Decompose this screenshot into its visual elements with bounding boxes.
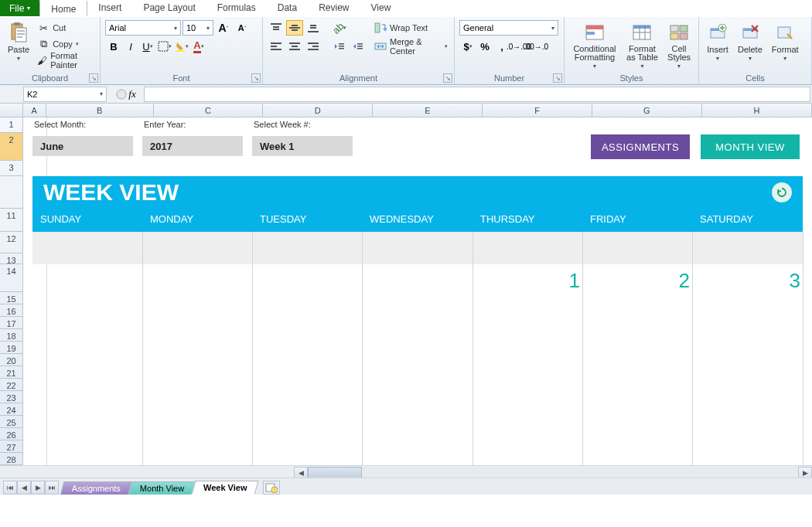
alignment-launcher[interactable]: ↘ bbox=[443, 73, 452, 83]
fill-color-button[interactable]: ▾ bbox=[173, 39, 190, 54]
font-name-select[interactable]: Arial bbox=[105, 20, 181, 36]
week-view-title-bar: WEEK VIEW bbox=[32, 176, 803, 209]
row-header[interactable]: 23 bbox=[0, 391, 23, 403]
conditional-formatting-button[interactable]: Conditional Formatting▼ bbox=[569, 20, 620, 72]
decrease-decimal-button[interactable]: .00→.0 bbox=[527, 39, 544, 54]
row-header[interactable]: 13 bbox=[0, 253, 23, 264]
fx-button[interactable]: fx bbox=[108, 88, 144, 100]
col-header[interactable]: G bbox=[592, 104, 702, 117]
row-header[interactable]: 3 bbox=[0, 161, 23, 176]
row-header[interactable]: 24 bbox=[0, 403, 23, 416]
align-top-button[interactable] bbox=[268, 20, 285, 36]
select-all-cell[interactable] bbox=[0, 104, 23, 117]
refresh-button[interactable] bbox=[772, 182, 792, 202]
grow-font-button[interactable]: Aˆ bbox=[215, 20, 232, 36]
col-header[interactable]: B bbox=[46, 104, 154, 117]
row-header[interactable]: 19 bbox=[0, 342, 23, 354]
svg-rect-1 bbox=[14, 22, 20, 26]
cut-button[interactable]: ✂Cut bbox=[36, 20, 95, 36]
month-input[interactable]: June bbox=[32, 136, 133, 156]
tab-page-layout[interactable]: Page Layout bbox=[132, 0, 206, 16]
new-sheet-button[interactable] bbox=[263, 481, 280, 495]
shrink-font-button[interactable]: Aˇ bbox=[234, 20, 251, 36]
paste-button[interactable]: Paste ▼ bbox=[5, 20, 32, 72]
row-header[interactable]: 1 bbox=[0, 117, 23, 133]
assignments-button[interactable]: ASSIGNMENTS bbox=[591, 134, 690, 159]
row-header[interactable]: 17 bbox=[0, 317, 23, 329]
tab-home[interactable]: Home bbox=[39, 0, 87, 16]
row-header[interactable]: 22 bbox=[0, 379, 23, 391]
bold-button[interactable]: B bbox=[105, 39, 122, 54]
row-header[interactable]: 15 bbox=[0, 292, 23, 304]
font-size-select[interactable]: 10 bbox=[183, 20, 213, 36]
sheet-nav-prev[interactable]: ◀ bbox=[17, 481, 31, 495]
sheet-tab-month-view[interactable]: Month View bbox=[128, 481, 196, 495]
col-header[interactable]: F bbox=[483, 104, 592, 117]
copy-button[interactable]: ⧉Copy▾ bbox=[36, 36, 95, 52]
col-header[interactable]: A bbox=[23, 104, 46, 117]
number-launcher[interactable]: ↘ bbox=[553, 73, 562, 83]
tab-view[interactable]: View bbox=[360, 0, 402, 16]
format-painter-button[interactable]: 🖌Format Painter bbox=[36, 53, 95, 68]
sheet-nav-last[interactable]: ⏭ bbox=[45, 481, 59, 495]
week-input[interactable]: Week 1 bbox=[252, 136, 353, 156]
underline-button[interactable]: U▾ bbox=[139, 39, 156, 54]
decrease-indent-button[interactable] bbox=[331, 39, 348, 54]
insert-cells-button[interactable]: Insert▼ bbox=[704, 20, 732, 72]
col-header[interactable]: D bbox=[263, 104, 373, 117]
merge-center-button[interactable]: Merge & Center▾ bbox=[373, 39, 449, 54]
align-right-button[interactable] bbox=[305, 39, 322, 54]
wrap-text-button[interactable]: Wrap Text bbox=[373, 20, 449, 36]
tab-data[interactable]: Data bbox=[267, 0, 308, 16]
svg-rect-45 bbox=[680, 33, 687, 39]
cells-area[interactable]: Select Month: Enter Year: Select Week #:… bbox=[23, 117, 812, 478]
font-color-button[interactable]: A▾ bbox=[190, 39, 207, 54]
tab-file[interactable]: File bbox=[0, 0, 39, 16]
col-header[interactable]: C bbox=[154, 104, 263, 117]
sheet-tab-week-view[interactable]: Week View bbox=[192, 481, 259, 495]
row-header[interactable]: 18 bbox=[0, 329, 23, 342]
accounting-button[interactable]: $▾ bbox=[459, 39, 476, 54]
name-box[interactable]: K2 bbox=[23, 87, 107, 102]
tab-formulas[interactable]: Formulas bbox=[206, 0, 267, 16]
align-center-button[interactable] bbox=[286, 39, 303, 54]
font-launcher[interactable]: ↘ bbox=[251, 73, 261, 83]
tab-review[interactable]: Review bbox=[308, 0, 360, 16]
tab-insert[interactable]: Insert bbox=[87, 0, 132, 16]
row-header[interactable] bbox=[0, 176, 23, 209]
cell-styles-button[interactable]: Cell Styles▼ bbox=[664, 20, 694, 72]
row-header[interactable]: 28 bbox=[0, 453, 23, 465]
month-view-button[interactable]: MONTH VIEW bbox=[701, 134, 800, 159]
row-header[interactable]: 16 bbox=[0, 304, 23, 317]
clipboard-launcher[interactable]: ↘ bbox=[89, 73, 98, 83]
row-header[interactable]: 21 bbox=[0, 366, 23, 379]
sheet-nav-first[interactable]: ⏮ bbox=[3, 481, 17, 495]
col-header[interactable]: H bbox=[702, 104, 812, 117]
formula-input[interactable] bbox=[144, 87, 810, 102]
format-as-table-button[interactable]: Format as Table▼ bbox=[623, 20, 661, 72]
sheet-nav-next[interactable]: ▶ bbox=[31, 481, 45, 495]
row-header[interactable]: 26 bbox=[0, 428, 23, 440]
percent-button[interactable]: % bbox=[476, 39, 493, 54]
align-bottom-button[interactable] bbox=[305, 20, 322, 36]
number-format-select[interactable]: General bbox=[459, 20, 558, 36]
painter-label: Format Painter bbox=[50, 51, 94, 70]
row-header[interactable]: 11 bbox=[0, 209, 23, 232]
delete-cells-button[interactable]: Delete▼ bbox=[735, 20, 766, 72]
row-header[interactable]: 14 bbox=[0, 264, 23, 292]
col-header[interactable]: E bbox=[373, 104, 483, 117]
row-header[interactable]: 27 bbox=[0, 440, 23, 453]
increase-indent-button[interactable] bbox=[350, 39, 367, 54]
row-header[interactable]: 20 bbox=[0, 354, 23, 366]
italic-button[interactable]: I bbox=[122, 39, 139, 54]
row-header[interactable]: 12 bbox=[0, 232, 23, 253]
sheet-tab-assignments[interactable]: Assignments bbox=[60, 481, 133, 495]
row-header[interactable]: 25 bbox=[0, 416, 23, 428]
align-middle-button[interactable] bbox=[286, 20, 303, 36]
align-left-button[interactable] bbox=[268, 39, 285, 54]
row-header[interactable]: 2 bbox=[0, 133, 23, 161]
format-cells-button[interactable]: Format▼ bbox=[769, 20, 802, 72]
year-input[interactable]: 2017 bbox=[142, 136, 243, 156]
orientation-button[interactable]: ab▾ bbox=[331, 20, 348, 36]
border-button[interactable]: ▾ bbox=[156, 39, 173, 54]
